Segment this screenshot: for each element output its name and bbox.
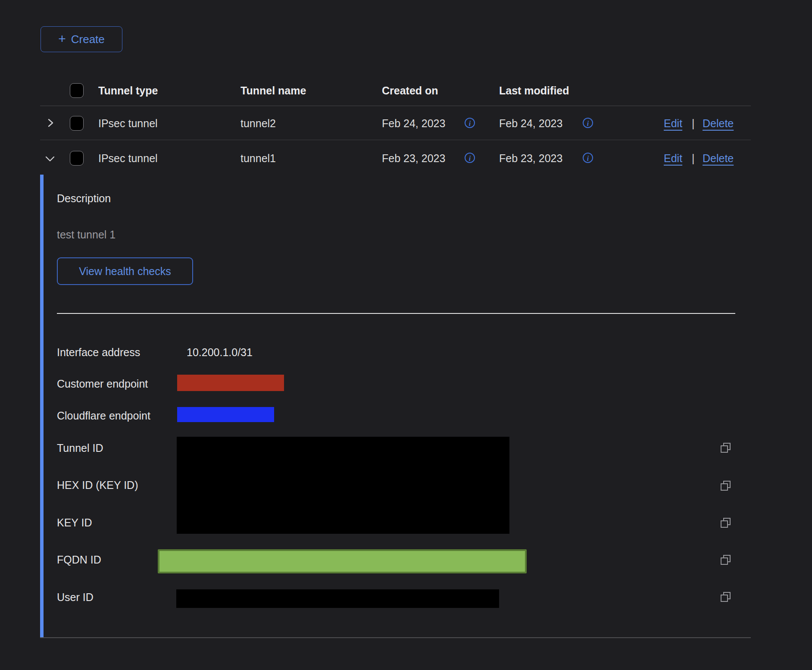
last-modified-cell: Feb 24, 2023 <box>499 117 562 130</box>
view-health-checks-button[interactable]: View health checks <box>57 257 193 285</box>
edit-link[interactable]: Edit <box>664 117 682 130</box>
last-modified-cell: Feb 23, 2023 <box>499 152 562 165</box>
cloudflare-endpoint-label: Cloudflare endpoint <box>57 410 150 422</box>
created-on-info-icon[interactable]: i <box>465 118 475 128</box>
create-button-label: Create <box>71 33 105 46</box>
header-divider <box>40 106 751 106</box>
created-on-cell: Feb 24, 2023 <box>382 117 445 130</box>
column-header-tunnel-name: Tunnel name <box>240 85 306 97</box>
hex-id-label: HEX ID (KEY ID) <box>57 479 138 492</box>
column-header-last-modified: Last modified <box>499 85 569 97</box>
last-modified-info-icon[interactable]: i <box>583 153 593 163</box>
row-divider <box>40 140 751 140</box>
row-checkbox[interactable] <box>70 151 84 166</box>
tunnel-type-cell: IPsec tunnel <box>98 117 158 130</box>
section-divider <box>57 313 735 314</box>
edit-link[interactable]: Edit <box>664 152 682 165</box>
key-id-label: KEY ID <box>57 517 92 529</box>
copy-tunnel-id-icon[interactable] <box>719 441 733 455</box>
interface-address-label: Interface address <box>57 346 140 359</box>
tunnel-type-cell: IPsec tunnel <box>98 152 158 165</box>
delete-link[interactable]: Delete <box>703 152 734 165</box>
description-value: test tunnel 1 <box>57 229 116 241</box>
tunnel-name-cell: tunnel2 <box>240 117 276 130</box>
last-modified-info-icon[interactable]: i <box>583 118 593 128</box>
created-on-info-icon[interactable]: i <box>465 153 475 163</box>
created-on-cell: Feb 23, 2023 <box>382 152 445 165</box>
column-header-tunnel-type: Tunnel type <box>98 85 158 97</box>
user-id-label: User ID <box>57 591 94 604</box>
description-label: Description <box>57 192 111 205</box>
expanded-row-indicator-bar <box>40 175 44 637</box>
plus-icon: + <box>58 32 66 45</box>
chevron-right-icon[interactable] <box>46 118 55 128</box>
row-checkbox[interactable] <box>70 116 84 131</box>
cloudflare-endpoint-redacted-value <box>177 407 274 422</box>
table-bottom-divider <box>40 637 751 638</box>
action-separator: | <box>692 117 695 130</box>
id-group-redacted-values <box>177 437 509 534</box>
tunnel-id-label: Tunnel ID <box>57 442 103 454</box>
select-all-checkbox[interactable] <box>70 83 84 98</box>
column-header-created-on: Created on <box>382 85 438 97</box>
action-separator: | <box>692 152 695 165</box>
fqdn-id-redacted-value <box>158 549 527 573</box>
copy-fqdn-id-icon[interactable] <box>719 553 733 567</box>
copy-user-id-icon[interactable] <box>719 590 733 604</box>
interface-address-value: 10.200.1.0/31 <box>187 346 253 359</box>
customer-endpoint-label: Customer endpoint <box>57 378 148 390</box>
copy-hex-id-icon[interactable] <box>719 479 733 493</box>
create-button[interactable]: + Create <box>41 26 122 52</box>
delete-link[interactable]: Delete <box>703 117 734 130</box>
tunnel-name-cell: tunnel1 <box>240 152 276 165</box>
customer-endpoint-redacted-value <box>177 375 284 391</box>
fqdn-id-label: FQDN ID <box>57 554 101 566</box>
chevron-down-icon[interactable] <box>45 154 54 163</box>
user-id-redacted-value <box>176 589 499 608</box>
copy-key-id-icon[interactable] <box>719 516 733 530</box>
